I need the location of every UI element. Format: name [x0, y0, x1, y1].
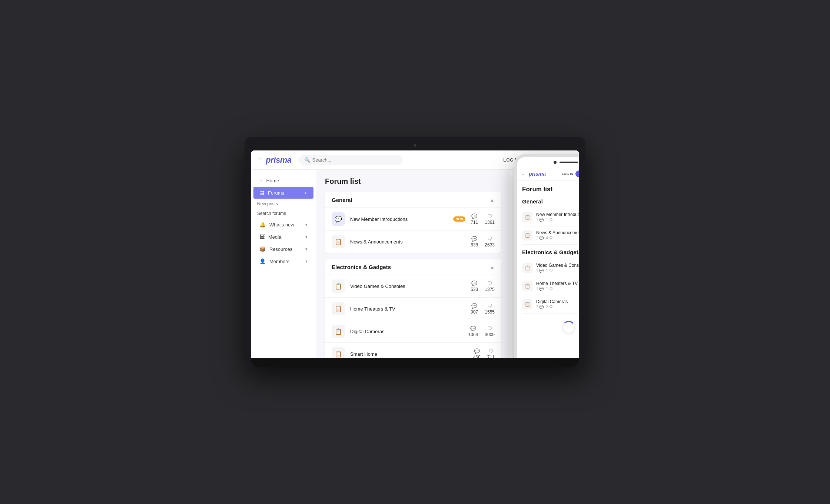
- section-header-electronics: Electronics & Gadgets ▲: [325, 259, 501, 275]
- sidebar-search-forums-link[interactable]: Search forums: [251, 209, 316, 218]
- phone-forum-icon: 📋: [522, 263, 532, 273]
- phone-forum-icon: 📋: [522, 212, 532, 222]
- hamburger-icon[interactable]: ≡: [259, 157, 262, 163]
- search-icon: 🔍: [304, 157, 310, 163]
- forum-section-electronics: Electronics & Gadgets ▲ 📋 Video Games & …: [325, 259, 501, 358]
- forum-name-col: Home Theaters & TV: [350, 306, 465, 312]
- section-header-general: General ▲: [325, 192, 501, 208]
- post-count: 1361: [485, 220, 495, 225]
- sidebar-item-media[interactable]: 🖼 Media ▾: [253, 231, 313, 243]
- phone-forum-icon: 📋: [522, 230, 532, 241]
- phone-register-button[interactable]: REGISTER: [575, 170, 579, 177]
- laptop-base: [251, 358, 579, 367]
- post-icon: 🗨: [487, 236, 492, 242]
- spinner: [562, 321, 575, 334]
- forum-name: Home Theaters & TV: [350, 306, 465, 312]
- sidebar-item-resources[interactable]: 📦 Resources ▾: [253, 243, 313, 255]
- forum-icon: 📋: [332, 325, 345, 338]
- posts-stat: 🗨 1361: [485, 213, 495, 225]
- laptop-camera: [414, 144, 416, 147]
- phone-speaker: [560, 162, 578, 163]
- threads-stat: 💬 1064: [468, 326, 478, 337]
- phone-forum-stats: 1 💬1 🗨: [536, 287, 578, 291]
- forum-stats: 💬 638 🗨 2633: [471, 236, 495, 248]
- phone-forum-name: New Member Introductions: [536, 212, 579, 217]
- thread-count: 1064: [468, 332, 478, 337]
- phone-forum-name: News & Announcements: [536, 230, 579, 235]
- forum-name: Digital Cameras: [350, 329, 463, 334]
- sidebar-item-label: Media: [268, 234, 281, 240]
- forum-row-video-games[interactable]: 📋 Video Games & Consoles 💬 533 �: [325, 275, 501, 298]
- search-input[interactable]: [312, 157, 398, 163]
- sidebar-item-home[interactable]: ⌂ Home: [253, 175, 313, 186]
- phone-forum-row[interactable]: 📋 New Member Introductions 1 💬 1 🗨: [522, 208, 579, 226]
- posts-stat: 🗨 3009: [485, 326, 495, 337]
- phone-logo: prisma: [529, 171, 546, 177]
- forum-stats: 💬 1064 🗨 3009: [468, 326, 495, 337]
- phone-forum-info: New Member Introductions 1 💬 1 🗨: [536, 212, 579, 222]
- collapse-icon[interactable]: ▲: [489, 197, 495, 203]
- forum-name-col: New Member Introductions New: [350, 216, 465, 222]
- resources-icon: 📦: [259, 246, 266, 252]
- sidebar: ⌂ Home ▤ Forums ▲ New posts Search forum…: [251, 170, 316, 358]
- forum-stats: 💬 711 🗨 1361: [471, 213, 495, 225]
- chevron-icon: ▾: [305, 247, 308, 252]
- phone-forum-stats: 2 💬2 🗨: [536, 305, 568, 309]
- sidebar-item-whats-new[interactable]: 🔔 What's new ▾: [253, 219, 313, 231]
- phone-login-button[interactable]: LOG IN: [562, 172, 573, 176]
- forum-row-news[interactable]: 📋 News & Announcements 💬 638 🗨: [325, 231, 501, 253]
- post-icon: 🗨: [487, 213, 492, 219]
- phone-forum-icon: 📋: [522, 281, 532, 291]
- forum-row-digital-cameras[interactable]: 📋 Digital Cameras 💬 1064 🗨: [325, 320, 501, 343]
- post-count: 2633: [485, 242, 495, 248]
- phone-forum-info: Digital Cameras 2 💬2 🗨: [536, 299, 568, 309]
- post-count: 1555: [485, 309, 495, 315]
- phone-forum-row[interactable]: 📋 Video Games & Consoles 1 💬1 🗨: [522, 259, 579, 277]
- thread-icon: 💬: [474, 348, 480, 354]
- phone-thread-count: 1 💬: [536, 218, 544, 222]
- threads-stat: 💬 907: [471, 303, 478, 315]
- sidebar-new-posts-link[interactable]: New posts: [251, 199, 316, 209]
- thread-count: 638: [471, 242, 478, 248]
- forum-name-col: Digital Cameras: [350, 329, 463, 334]
- phone-camera: [554, 161, 557, 164]
- chevron-icon: ▲: [303, 190, 308, 195]
- forum-name: News & Announcements: [350, 239, 465, 245]
- post-count: 1375: [485, 287, 495, 292]
- phone-forum-info: News & Announcements 2 💬 4 🗨: [536, 230, 579, 240]
- phone-hamburger-icon[interactable]: ≡: [521, 171, 524, 177]
- phone-loading-spinner: [522, 314, 579, 342]
- phone-section-general: General ▲: [522, 198, 579, 205]
- forum-icon: 📋: [332, 235, 345, 248]
- phone-forum-row[interactable]: 📋 Home Theaters & TV 1 💬1 🗨: [522, 277, 579, 295]
- thread-count: 711: [471, 220, 478, 225]
- forum-stats: 💬 907 🗨 1555: [471, 303, 495, 315]
- forum-row-new-member[interactable]: 💬 New Member Introductions New 💬: [325, 208, 501, 231]
- section-title: General: [332, 197, 352, 203]
- media-icon: 🖼: [259, 234, 265, 240]
- post-icon: 🗨: [487, 326, 492, 331]
- forum-row-smart-home[interactable]: 📋 Smart Home 💬 468 🗨: [325, 343, 501, 358]
- search-bar[interactable]: 🔍: [299, 155, 403, 165]
- sidebar-item-label: Members: [269, 259, 289, 264]
- forum-stats: 💬 533 🗨 1375: [471, 281, 495, 292]
- phone-forum-row[interactable]: 📋 News & Announcements 2 💬 4 🗨: [522, 226, 579, 245]
- forum-section-general: General ▲ 💬 New Member Introductions New: [325, 192, 501, 253]
- collapse-icon[interactable]: ▲: [489, 264, 495, 270]
- thread-icon: 💬: [471, 281, 477, 286]
- phone-forum-name: Home Theaters & TV: [536, 281, 578, 286]
- phone-device: ≡ prisma LOG IN REGISTER ⋮ 🔍 Forum list …: [514, 154, 579, 358]
- forum-icon: 📋: [332, 302, 345, 315]
- thread-icon: 💬: [471, 303, 477, 309]
- phone-post-count: 1 🗨: [546, 218, 552, 222]
- phone-forum-name: Digital Cameras: [536, 299, 568, 304]
- sidebar-item-label: What's new: [269, 222, 294, 228]
- sidebar-item-label: Forums: [268, 190, 284, 196]
- thread-icon: 💬: [471, 213, 477, 219]
- sidebar-item-members[interactable]: 👤 Members ▾: [253, 255, 313, 267]
- sidebar-item-forums[interactable]: ▤ Forums ▲: [253, 187, 313, 199]
- phone-forum-row[interactable]: 📋 Digital Cameras 2 💬2 🗨: [522, 295, 579, 314]
- forum-row-home-theaters[interactable]: 📋 Home Theaters & TV 💬 907 🗨: [325, 298, 501, 320]
- phone-notch: [517, 157, 579, 168]
- forum-name-col: News & Announcements: [350, 239, 465, 245]
